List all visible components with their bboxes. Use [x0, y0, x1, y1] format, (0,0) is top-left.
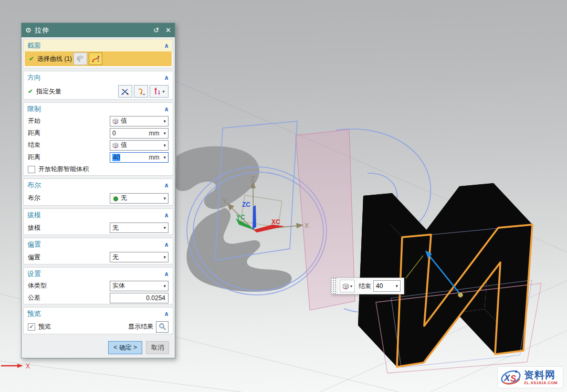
start-distance-unit: mm: [149, 130, 163, 137]
group-direction: 方向 ∧ ✔ 指定矢量: [23, 71, 173, 100]
section-header[interactable]: 截面 ∧: [24, 39, 173, 51]
end-distance-value-selected: 40: [112, 154, 120, 161]
group-offset: 偏置 ∧ 偏置 无 ▾: [23, 238, 173, 264]
value-cube-icon: [342, 283, 349, 290]
close-icon[interactable]: ✕: [165, 26, 171, 34]
draft-dropdown[interactable]: 无 ▾: [110, 223, 169, 233]
collapse-arrow-icon[interactable]: ∧: [164, 105, 169, 113]
check-icon: ✔: [28, 88, 33, 95]
sketch-section-icon: [76, 55, 85, 62]
collapse-arrow-icon[interactable]: ∧: [164, 270, 169, 278]
gear-icon: ⚙: [25, 26, 32, 34]
settings-header[interactable]: 设置 ∧: [24, 268, 173, 280]
collapse-arrow-icon[interactable]: ∧: [164, 241, 169, 248]
watermark-site-url: ZL.XS1616.COM: [524, 381, 558, 385]
end-distance-label: 距离: [28, 153, 40, 162]
xc-axis-label: XC: [271, 218, 280, 226]
start-mode-dropdown[interactable]: 值 ▾: [110, 116, 169, 126]
offset-dropdown[interactable]: 无 ▾: [110, 252, 169, 262]
show-result-label: 显示结果: [128, 322, 153, 331]
boolean-dropdown[interactable]: 无 ▾: [110, 193, 169, 204]
axis-label-z: Z: [251, 175, 255, 183]
limits-header[interactable]: 限制 ∧: [24, 103, 173, 115]
collapse-arrow-icon[interactable]: ∧: [164, 42, 169, 49]
start-distance-value: 0: [112, 130, 116, 137]
check-icon: ✔: [29, 55, 34, 62]
select-curve-row[interactable]: ✔ 选择曲线 (1): [25, 51, 172, 66]
value-cube-icon: [112, 118, 119, 124]
end-mode-dropdown[interactable]: 值 ▾: [110, 140, 169, 151]
open-profile-checkbox[interactable]: [28, 166, 35, 173]
axis-label-y: Y: [223, 198, 227, 205]
body-type-row: 体类型 实体 ▾: [24, 280, 173, 292]
offset-label: 偏置: [28, 253, 40, 262]
reset-icon[interactable]: ↺: [153, 26, 159, 34]
dropdown-caret-icon: ▾: [163, 225, 166, 230]
preview-header[interactable]: 预览 ∧: [24, 308, 173, 320]
offset-header[interactable]: 偏置 ∧: [24, 238, 173, 250]
open-profile-row: 开放轮廓智能体积: [24, 163, 173, 175]
boolean-value: 无: [121, 194, 127, 203]
end-distance-row: 距离 40 mm ▾: [24, 151, 173, 163]
end-mode-mini-dropdown[interactable]: ▾: [340, 280, 355, 292]
body-type-dropdown[interactable]: 实体 ▾: [110, 281, 169, 291]
watermark-site-name: 资料网: [524, 370, 558, 380]
xc-axis-blade[interactable]: [254, 225, 285, 232]
mini-end-distance-input[interactable]: 40 ▾: [373, 280, 401, 292]
direction-header-label: 方向: [27, 73, 41, 82]
boolean-header[interactable]: 布尔 ∧: [24, 179, 173, 191]
extrude-dialog: ⚙ 拉伸 ↺ ✕ 截面 ∧ ✔ 选择曲线 (1): [21, 23, 175, 358]
section-tool-button[interactable]: [74, 52, 87, 65]
vector-dialog-button[interactable]: [134, 85, 148, 98]
toolbar-drag-handle[interactable]: [331, 278, 338, 294]
watermark: X S 资料网 ZL.XS1616.COM: [497, 366, 563, 388]
up-down-arrows-icon: [153, 87, 161, 96]
axis-label-x: X: [304, 222, 309, 229]
dialog-titlebar[interactable]: ⚙ 拉伸 ↺ ✕: [22, 23, 175, 37]
collapse-arrow-icon[interactable]: ∧: [164, 182, 169, 189]
distance-drag-ball[interactable]: [458, 293, 463, 298]
dropdown-caret-icon: ▾: [163, 119, 166, 124]
curve-select-button[interactable]: [89, 52, 102, 65]
zc-axis-blade[interactable]: [253, 205, 256, 230]
boolean-header-label: 布尔: [27, 181, 41, 190]
group-draft: 拔模 ∧ 拔模 无 ▾: [23, 208, 173, 235]
collapse-arrow-icon[interactable]: ∧: [164, 310, 169, 317]
boolean-row: 布尔 无 ▾: [24, 191, 173, 205]
boolean-none-icon: [112, 195, 119, 202]
start-distance-input[interactable]: 0 mm ▾: [110, 128, 169, 139]
specify-vector-label: 指定矢量: [36, 87, 61, 96]
vector-direction-dropdown[interactable]: ▾: [150, 85, 169, 98]
mini-end-label: 结束: [359, 282, 371, 291]
draft-label: 拔模: [28, 224, 40, 232]
offset-value: 无: [112, 253, 119, 262]
end-label: 结束: [28, 141, 40, 150]
end-distance-input[interactable]: 40 mm ▾: [110, 152, 169, 163]
limits-header-label: 限制: [27, 104, 41, 114]
preview-label: 预览: [38, 322, 51, 331]
onscreen-input-toolbar: ▾ 结束 40 ▾: [331, 278, 404, 294]
preview-checkbox[interactable]: ✓: [28, 323, 35, 331]
direction-header[interactable]: 方向 ∧: [24, 71, 173, 83]
cancel-button[interactable]: 取消: [146, 341, 169, 354]
show-result-button[interactable]: [156, 321, 169, 333]
tolerance-row: 公差 0.0254: [24, 292, 173, 304]
vector-inferred-button[interactable]: [118, 85, 132, 98]
group-preview: 预览 ∧ ✓ 预览 显示结果: [23, 307, 173, 334]
start-mode-value: 值: [121, 116, 127, 125]
group-limits: 限制 ∧ 开始 值 ▾: [23, 102, 173, 176]
corner-axis-label-x: X: [26, 363, 30, 370]
dropdown-caret-icon: ▾: [395, 283, 398, 289]
collapse-arrow-icon[interactable]: ∧: [164, 74, 169, 81]
ok-button[interactable]: < 确定 >: [108, 341, 142, 354]
collapse-arrow-icon[interactable]: ∧: [164, 211, 169, 219]
start-row: 开始 值 ▾: [24, 115, 173, 127]
dropdown-caret-icon: ▾: [163, 143, 166, 148]
dropdown-caret-icon: ▾: [163, 131, 166, 136]
tolerance-value: 0.0254: [146, 294, 165, 302]
tolerance-input[interactable]: 0.0254: [110, 293, 169, 303]
draft-header[interactable]: 拔模 ∧: [24, 209, 173, 221]
dialog-title: 拉伸: [35, 26, 49, 35]
start-label: 开始: [28, 116, 40, 125]
crossed-arrows-icon: [121, 88, 129, 96]
